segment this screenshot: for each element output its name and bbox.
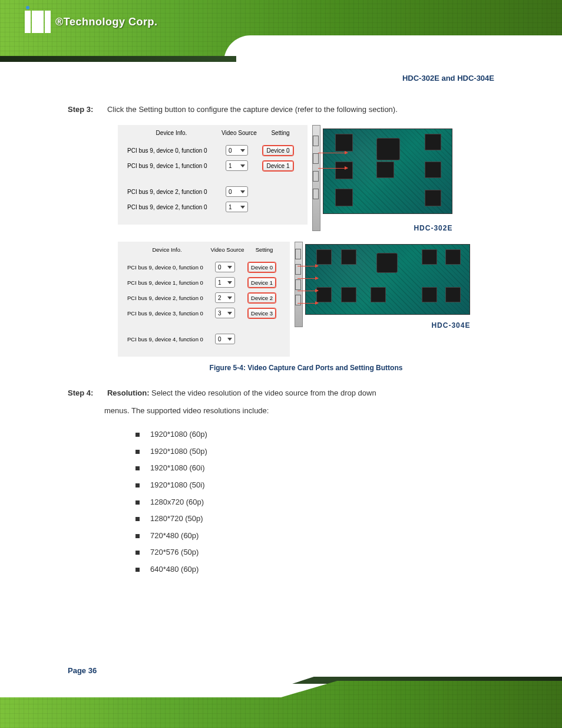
col-device-info: Device Info.: [127, 130, 216, 136]
step4-text: Resolution: Select the video resolution …: [107, 388, 376, 397]
video-source-dropdown[interactable]: 2: [215, 292, 235, 303]
arrow-line: [297, 266, 318, 266]
chevron-down-icon: [227, 281, 232, 284]
col-setting: Setting: [263, 130, 298, 136]
device-setting-button[interactable]: Device 1: [263, 161, 294, 171]
settings-panel-302: Device Info. Video Source Setting PCI bu…: [118, 125, 308, 225]
list-item: 1920*1080 (50i): [135, 477, 494, 494]
page-header: ®Technology Corp.: [0, 0, 562, 71]
step4-label: Step 4:: [68, 388, 93, 397]
video-source-dropdown[interactable]: 3: [215, 308, 235, 318]
list-item: 720*480 (60p): [135, 528, 494, 545]
figure-row-302: Device Info. Video Source Setting PCI bu…: [118, 125, 494, 231]
device-info-text: PCI bus 9, device 2, function 0: [125, 204, 213, 210]
pcb-board: [305, 244, 470, 315]
figure-row-304: Device Info. Video Source Setting PCI bu…: [118, 242, 494, 357]
arrow-line: [318, 168, 348, 169]
list-item: 1920*1080 (50p): [135, 443, 494, 460]
table-row: PCI bus 9, device 0, function 0 0 Device…: [125, 261, 283, 273]
pci-bracket: [312, 125, 320, 231]
list-item: 1280x720 (60p): [135, 494, 494, 511]
list-item: 1920*1080 (60p): [135, 426, 494, 443]
circuit-pattern: [0, 681, 562, 728]
device-info-text: PCI bus 9, device 2, function 0: [125, 189, 213, 195]
board-label-302: HDC-302E: [414, 224, 452, 232]
bullet-icon: [135, 483, 140, 487]
table-row: PCI bus 9, device 3, function 0 3 Device…: [125, 307, 283, 319]
table-row: PCI bus 9, device 4, function 0 0: [125, 333, 283, 345]
video-source-dropdown[interactable]: 0: [215, 334, 235, 344]
chevron-down-icon: [240, 149, 245, 152]
chevron-down-icon: [227, 312, 232, 315]
settings-panel-304: Device Info. Video Source Setting PCI bu…: [118, 242, 290, 357]
figure-caption: Figure 5-4: Video Capture Card Ports and…: [118, 364, 494, 372]
device-setting-button[interactable]: Device 1: [248, 278, 276, 288]
step3-text: Click the Setting button to configure th…: [107, 105, 398, 114]
bullet-icon: [135, 433, 140, 437]
step4: Step 4: Resolution: Select the video res…: [68, 387, 494, 417]
panel-header: Device Info. Video Source Setting: [125, 130, 300, 136]
figure-block: Device Info. Video Source Setting PCI bu…: [118, 125, 494, 372]
list-item: 720*576 (50p): [135, 544, 494, 561]
board-image-302: HDC-302E: [312, 125, 452, 231]
device-info-text: PCI bus 9, device 4, function 0: [125, 336, 204, 342]
bullet-icon: [135, 450, 140, 454]
list-item: 1920*1080 (60i): [135, 460, 494, 477]
device-info-text: PCI bus 9, device 1, function 0: [125, 279, 204, 286]
arrow-line: [318, 153, 348, 153]
chevron-down-icon: [240, 206, 245, 209]
table-row: PCI bus 9, device 2, function 0 2 Device…: [125, 292, 283, 304]
chevron-down-icon: [227, 266, 232, 269]
device-info-text: PCI bus 9, device 0, function 0: [125, 147, 213, 154]
table-row: PCI bus 9, device 1, function 0 1 Device…: [125, 160, 300, 172]
video-source-dropdown[interactable]: 1: [226, 202, 248, 212]
col-video-source: Video Source: [207, 246, 248, 253]
table-row: PCI bus 9, device 0, function 0 0 Device…: [125, 144, 300, 156]
video-source-dropdown[interactable]: 0: [226, 145, 248, 156]
page-footer: [0, 663, 562, 728]
board-label-304: HDC-304E: [431, 321, 470, 330]
step4-continuation: menus. The supported video resolutions i…: [104, 404, 494, 417]
device-setting-button[interactable]: Device 0: [263, 146, 294, 156]
table-row: PCI bus 9, device 1, function 0 1 Device…: [125, 276, 283, 288]
video-source-dropdown[interactable]: 0: [215, 262, 235, 272]
chevron-down-icon: [227, 297, 232, 299]
device-info-text: PCI bus 9, device 2, function 0: [125, 295, 204, 301]
col-setting: Setting: [248, 246, 280, 253]
video-source-dropdown[interactable]: 1: [226, 160, 248, 171]
logo: ®Technology Corp.: [25, 11, 157, 33]
device-info-text: PCI bus 9, device 3, function 0: [125, 310, 204, 317]
bullet-icon: [135, 466, 140, 470]
logo-text: ®Technology Corp.: [55, 16, 157, 28]
video-source-dropdown[interactable]: 1: [215, 277, 235, 288]
device-setting-button[interactable]: Device 2: [248, 293, 276, 303]
main-content: Step 3: Click the Setting button to conf…: [68, 103, 494, 578]
list-item: 1280*720 (50p): [135, 510, 494, 528]
logo-icon: [25, 11, 51, 33]
table-row: PCI bus 9, device 2, function 0 0: [125, 186, 300, 197]
header-curve: [224, 35, 562, 62]
video-source-dropdown[interactable]: 0: [226, 186, 248, 197]
col-video-source: Video Source: [216, 130, 263, 136]
chevron-down-icon: [240, 164, 245, 167]
page-title: HDC-302E and HDC-304E: [402, 74, 494, 83]
device-setting-button[interactable]: Device 0: [248, 262, 276, 272]
step3: Step 3: Click the Setting button to conf…: [68, 103, 494, 116]
pci-bracket: [295, 242, 303, 327]
arrow-line: [297, 303, 318, 304]
device-info-text: PCI bus 9, device 0, function 0: [125, 264, 204, 271]
bullet-icon: [135, 551, 140, 555]
panel-header: Device Info. Video Source Setting: [125, 246, 283, 253]
step3-label: Step 3:: [68, 105, 93, 114]
arrow-line: [297, 278, 318, 279]
device-info-text: PCI bus 9, device 1, function 0: [125, 163, 213, 169]
header-dark-band: [0, 56, 236, 62]
bullet-icon: [135, 568, 140, 572]
footer-bg: [0, 681, 562, 728]
col-device-info: Device Info.: [127, 246, 207, 253]
pcb-board: [323, 129, 452, 214]
bullet-icon: [135, 534, 140, 538]
bullet-icon: [135, 517, 140, 521]
device-setting-button[interactable]: Device 3: [248, 308, 276, 318]
arrow-line: [297, 291, 318, 291]
